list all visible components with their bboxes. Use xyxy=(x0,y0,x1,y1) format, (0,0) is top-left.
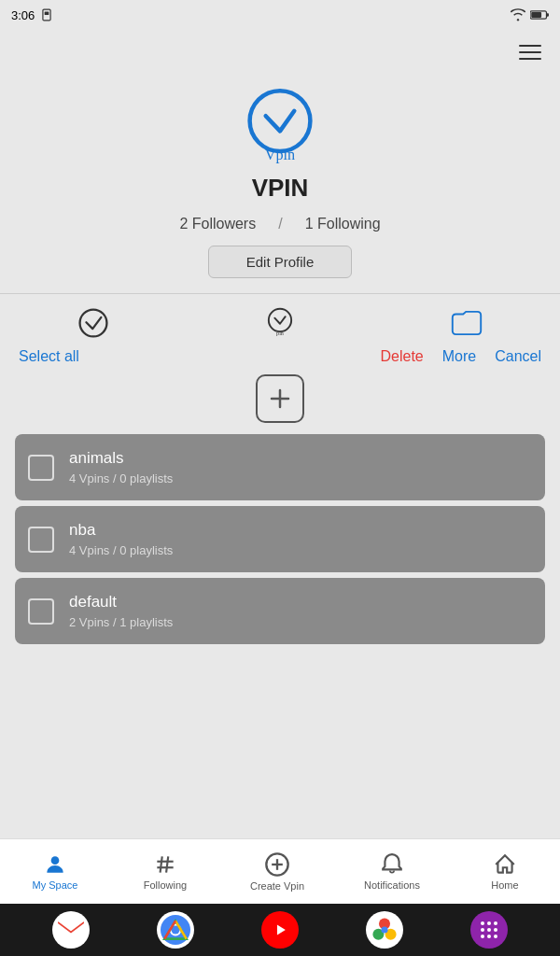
svg-point-36 xyxy=(481,935,484,938)
svg-rect-20 xyxy=(58,921,84,940)
status-right xyxy=(510,8,549,21)
nav-label-home: Home xyxy=(491,879,518,891)
edit-profile-button[interactable]: Edit Profile xyxy=(208,246,353,278)
svg-rect-3 xyxy=(547,13,550,16)
svg-point-29 xyxy=(381,926,387,933)
folder-tab-icon xyxy=(449,305,484,341)
item-title-animals: animals xyxy=(69,449,173,468)
menu-button[interactable] xyxy=(515,41,545,63)
profile-stats: 2 Followers / 1 Following xyxy=(179,216,380,232)
bell-icon xyxy=(380,852,404,877)
svg-point-7 xyxy=(80,310,107,337)
nav-label-following: Following xyxy=(144,879,187,891)
item-title-default: default xyxy=(69,593,173,612)
add-collection-button[interactable] xyxy=(256,374,304,423)
nav-label-notifications: Notifications xyxy=(364,879,420,891)
svg-rect-4 xyxy=(531,12,541,18)
collection-list: animals 4 Vpins / 0 playlists nba 4 Vpin… xyxy=(0,434,560,741)
gmail-icon[interactable] xyxy=(52,911,90,949)
svg-text:pin: pin xyxy=(276,330,284,336)
nav-item-create-vpin[interactable]: Create Vpin xyxy=(243,848,312,895)
nav-label-my-space: My Space xyxy=(33,879,78,891)
svg-line-16 xyxy=(166,856,168,872)
profile-logo: Vpin xyxy=(238,84,322,168)
svg-point-12 xyxy=(51,856,60,865)
svg-point-8 xyxy=(269,309,291,331)
battery-icon xyxy=(530,9,549,21)
svg-point-37 xyxy=(487,935,491,938)
vpin-check-tab-icon xyxy=(76,305,111,341)
item-text-default: default 2 Vpins / 1 playlists xyxy=(69,593,173,629)
header xyxy=(0,30,560,75)
home-icon xyxy=(493,852,517,877)
nav-item-my-space[interactable]: My Space xyxy=(22,849,88,894)
list-item[interactable]: animals 4 Vpins / 0 playlists xyxy=(15,434,545,500)
plus-icon xyxy=(267,386,293,412)
tab-vpin-check[interactable] xyxy=(76,305,111,341)
chrome-icon[interactable] xyxy=(157,911,194,949)
list-item[interactable]: nba 4 Vpins / 0 playlists xyxy=(15,506,545,572)
item-subtitle-animals: 4 Vpins / 0 playlists xyxy=(69,471,173,485)
tab-vpin-logo[interactable]: pin xyxy=(262,305,298,341)
svg-point-31 xyxy=(487,921,491,925)
following-count: 1 Following xyxy=(305,216,381,232)
checkbox-nba[interactable] xyxy=(28,527,54,553)
checkbox-animals[interactable] xyxy=(28,455,54,481)
svg-point-38 xyxy=(494,935,497,938)
item-text-nba: nba 4 Vpins / 0 playlists xyxy=(69,521,173,557)
bottom-nav: My Space Following Create Vpin Notificat… xyxy=(0,838,560,904)
wifi-icon xyxy=(510,8,526,21)
svg-point-5 xyxy=(250,91,311,151)
vpin-logo-tab-icon: pin xyxy=(262,305,298,341)
svg-point-33 xyxy=(481,928,484,932)
nav-item-following[interactable]: Following xyxy=(133,849,198,894)
person-icon xyxy=(43,852,67,877)
status-left: 3:06 xyxy=(11,8,53,22)
more-button[interactable]: More xyxy=(442,348,476,365)
status-bar: 3:06 xyxy=(0,0,560,30)
spacer xyxy=(0,741,560,838)
hamburger-line-2 xyxy=(519,51,541,53)
svg-point-34 xyxy=(487,928,491,932)
photos-icon[interactable] xyxy=(366,911,403,949)
nav-label-create-vpin: Create Vpin xyxy=(250,880,304,892)
tab-folder[interactable] xyxy=(449,305,484,341)
action-right-buttons: Delete More Cancel xyxy=(380,348,541,365)
action-bar: Select all Delete More Cancel xyxy=(0,348,560,374)
svg-line-15 xyxy=(161,856,162,872)
add-btn-container xyxy=(0,374,560,423)
followers-count: 2 Followers xyxy=(179,216,256,232)
item-subtitle-default: 2 Vpins / 1 playlists xyxy=(69,615,173,629)
svg-point-35 xyxy=(494,928,497,932)
select-all-button[interactable]: Select all xyxy=(19,348,79,365)
sim-icon xyxy=(40,8,53,21)
checkbox-default[interactable] xyxy=(28,598,54,625)
hamburger-line-1 xyxy=(519,45,541,47)
svg-text:Vpin: Vpin xyxy=(265,147,295,163)
status-time: 3:06 xyxy=(11,8,35,22)
add-circle-icon xyxy=(264,851,290,878)
cancel-button[interactable]: Cancel xyxy=(495,348,541,365)
svg-point-30 xyxy=(481,921,484,925)
tab-icons-row: pin xyxy=(0,293,560,348)
profile-name: VPIN xyxy=(252,174,309,203)
taskbar xyxy=(0,904,560,956)
delete-button[interactable]: Delete xyxy=(380,348,423,365)
hamburger-line-3 xyxy=(519,58,541,60)
list-item[interactable]: default 2 Vpins / 1 playlists xyxy=(15,578,545,644)
item-title-nba: nba xyxy=(69,521,173,540)
app-drawer-icon[interactable] xyxy=(470,911,508,949)
hashtag-icon xyxy=(153,852,177,877)
nav-item-notifications[interactable]: Notifications xyxy=(357,849,427,894)
nav-item-home[interactable]: Home xyxy=(472,849,538,894)
youtube-icon[interactable] xyxy=(261,911,299,949)
item-text-animals: animals 4 Vpins / 0 playlists xyxy=(69,449,173,485)
svg-point-32 xyxy=(494,921,497,925)
item-subtitle-nba: 4 Vpins / 0 playlists xyxy=(69,543,173,557)
profile-section: Vpin VPIN 2 Followers / 1 Following Edit… xyxy=(0,75,560,293)
svg-rect-1 xyxy=(45,12,49,16)
stats-divider: / xyxy=(278,216,282,232)
